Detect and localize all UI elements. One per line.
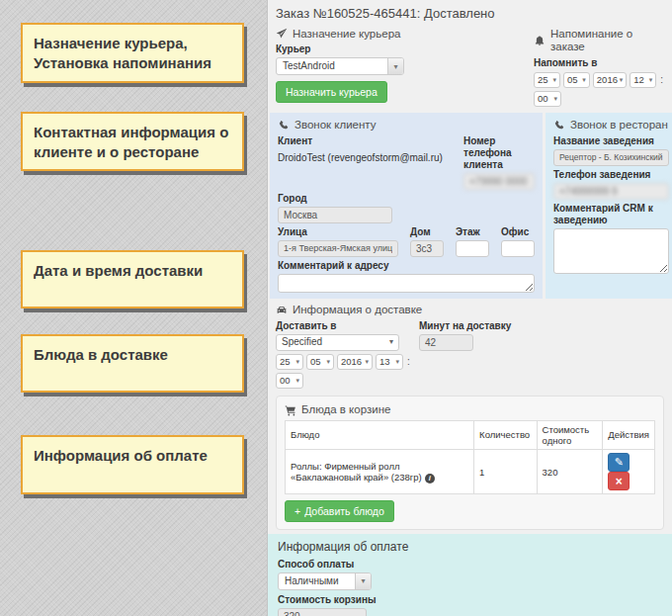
delivery-minute-select[interactable]: 00▾ [276, 373, 303, 389]
deliver-at-select[interactable]: Specified ▾ [276, 334, 399, 351]
street-input [278, 240, 398, 257]
chevron-down-icon: ▾ [295, 358, 299, 366]
annotation-courier-reminder: Назначение курьера, Установка напоминани… [21, 23, 244, 83]
dish-name: Роллы: Фирменный ролл «Баклажановый край… [291, 461, 422, 483]
payment-heading: Информация об оплате [278, 540, 662, 554]
delivery-year-select[interactable]: 2016▾ [337, 354, 373, 370]
restaurant-phone-input [553, 183, 669, 200]
cart-qty-cell: 1 [474, 450, 537, 494]
delete-dish-button[interactable]: × [608, 472, 630, 490]
cart-heading-label: Блюда в корзине [301, 403, 390, 417]
delivery-info-section: Информация о доставке Доставить в Specif… [268, 299, 672, 393]
chevron-down-icon: ▾ [389, 337, 393, 347]
cart-table: Блюдо Количество Стоимость одного Действ… [285, 420, 655, 495]
page-title: Заказ №160525-465441: Доставлено [268, 0, 672, 26]
restaurant-name-label: Название заведения [553, 135, 669, 147]
client-phone-label: Номер телефона клиента [463, 135, 535, 171]
chevron-down-icon: ▾ [395, 358, 399, 366]
chevron-down-icon: ▾ [326, 358, 330, 366]
payment-method-value: Наличными [279, 573, 355, 589]
restaurant-name-input [553, 149, 669, 166]
order-reminder-block: Напоминание о заказе Напомнить в 25▾ 05▾… [534, 28, 664, 108]
client-name-email: DroidoTest (revengeofstorm@mail.ru) [278, 149, 463, 164]
courier-select[interactable]: TestAndroid ▾ [276, 57, 404, 75]
restaurant-call-panel: Звонок в ресторан Название заведения Тел… [546, 113, 672, 299]
house-block: Дом [410, 226, 444, 257]
cart-cost-block: Стоимость корзины [278, 594, 662, 616]
payment-section: Информация об оплате Способ оплаты Налич… [268, 534, 672, 616]
add-dish-button[interactable]: + Добавить блюдо [285, 500, 394, 522]
address-comment-textarea[interactable] [278, 274, 535, 293]
delivery-day-select[interactable]: 25▾ [276, 354, 303, 370]
time-separator: : [407, 356, 410, 368]
contact-panels: Звонок клиенту Клиент DroidoTest (reveng… [268, 113, 672, 299]
crm-comment-textarea[interactable] [553, 228, 669, 274]
courier-section-heading: Назначение курьера [276, 28, 534, 42]
time-separator: : [660, 74, 663, 86]
cart-header-dish: Блюдо [286, 420, 474, 450]
delivery-minutes-input [419, 334, 473, 351]
office-label: Офис [501, 226, 535, 238]
chevron-down-icon: ▾ [582, 76, 586, 84]
courier-heading-label: Назначение курьера [293, 28, 400, 42]
chevron-down-icon: ▾ [387, 58, 403, 74]
delivery-hour-select[interactable]: 13▾ [376, 354, 403, 370]
cart-cost-input [278, 608, 367, 616]
close-icon: × [616, 475, 623, 488]
street-block: Улица [278, 226, 398, 257]
cart-section-heading: Блюда в корзине [285, 403, 655, 417]
reminder-minute-select[interactable]: 00▾ [534, 91, 561, 107]
floor-block: Этаж [456, 226, 489, 257]
cart-header-row: Блюдо Количество Стоимость одного Действ… [286, 420, 655, 450]
chevron-down-icon: ▾ [295, 377, 299, 385]
restaurant-section-heading: Звонок в ресторан [553, 119, 669, 132]
delivery-section-heading: Информация о доставке [276, 304, 664, 317]
client-label: Клиент [278, 135, 463, 147]
restaurant-heading-label: Звонок в ресторан [570, 119, 668, 132]
city-label: Город [278, 193, 535, 205]
delivery-minutes-block: Минут на доставку [419, 320, 511, 351]
crm-comment-label: Комментарий CRM к заведению [553, 203, 669, 226]
assign-courier-button[interactable]: Назначить курьера [276, 81, 387, 103]
pencil-icon: ✎ [615, 456, 624, 469]
payment-method-label: Способ оплаты [278, 559, 662, 571]
payment-method-block: Способ оплаты Наличными ▾ [278, 559, 662, 590]
cart-header-actions: Действия [603, 420, 655, 450]
delivery-date-row: 25▾ 05▾ 2016▾ 13▾ : [276, 354, 664, 370]
annotation-contact-info: Контактная информация о клиенте и о рест… [21, 112, 244, 171]
reminder-date-row: 25▾ 05▾ 2016▾ 12▾ : [534, 72, 664, 88]
street-label: Улица [278, 226, 398, 238]
client-phone-input [463, 173, 535, 190]
deliver-at-label: Доставить в [276, 320, 419, 332]
cart-actions-cell: ✎× [603, 450, 655, 494]
cart-section: Блюда в корзине Блюдо Количество Стоимос… [276, 396, 664, 531]
reminder-day-select[interactable]: 25▾ [534, 72, 560, 88]
office-input[interactable] [501, 240, 535, 257]
payment-method-select[interactable]: Наличными ▾ [278, 572, 372, 590]
reminder-month-select[interactable]: 05▾ [563, 72, 590, 88]
reminder-year-select[interactable]: 2016▾ [593, 72, 627, 88]
address-comment-label: Комментарий к адресу [278, 260, 535, 272]
city-input [278, 207, 392, 223]
floor-input[interactable] [456, 240, 489, 257]
plus-icon: + [294, 505, 300, 517]
client-call-panel: Звонок клиенту Клиент DroidoTest (reveng… [270, 113, 543, 299]
edit-dish-button[interactable]: ✎ [608, 453, 630, 472]
reminder-hour-select[interactable]: 12▾ [630, 72, 656, 88]
reminder-section-heading: Напоминание о заказе [534, 28, 664, 55]
cart-header-qty: Количество [474, 420, 537, 450]
phone-icon [278, 120, 290, 132]
client-heading-label: Звонок клиенту [294, 119, 376, 132]
courier-label: Курьер [276, 44, 534, 55]
delivery-month-select[interactable]: 05▾ [306, 354, 334, 370]
chevron-down-icon: ▾ [552, 76, 556, 84]
add-dish-label: Добавить блюдо [304, 505, 384, 517]
restaurant-phone-label: Телефон заведения [553, 169, 669, 181]
info-icon[interactable]: i [425, 474, 435, 484]
client-section-heading: Звонок клиенту [278, 119, 535, 132]
cart-price-cell: 320 [537, 450, 603, 494]
order-page: Заказ №160525-465441: Доставлено Назначе… [267, 0, 672, 616]
annotation-payment-info: Информация об оплате [21, 435, 244, 494]
remind-at-label: Напомнить в [534, 57, 664, 69]
courier-assignment-block: Назначение курьера Курьер TestAndroid ▾ … [276, 28, 534, 108]
